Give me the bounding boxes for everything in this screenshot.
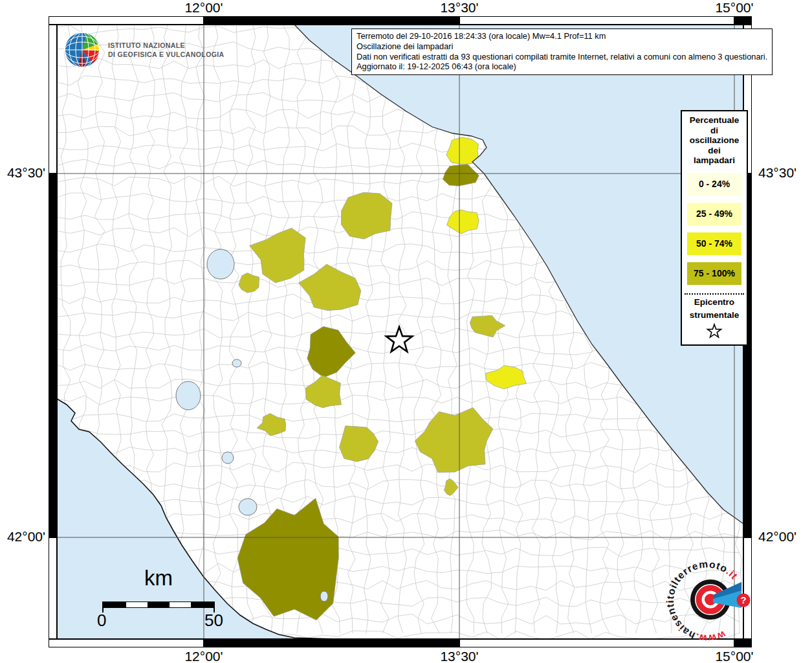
scalebar-end: 50: [204, 611, 223, 631]
scalebar-segment: [170, 602, 192, 607]
scalebar: [104, 601, 214, 608]
axis-label-bottom: 13°30': [440, 649, 478, 663]
ingv-name-line2: DI GEOFISICA E VULCANOLOGIA: [108, 50, 225, 60]
lake: [320, 591, 328, 601]
frame-top-segment: [734, 16, 752, 25]
info-line-source: Dati non verificati estratti da 93 quest…: [357, 52, 767, 62]
epicenter-star-icon: [705, 322, 724, 341]
frame-left-segment: [49, 25, 57, 174]
frame-left-segment: [49, 174, 57, 537]
scalebar-segment: [126, 602, 148, 607]
axis-label-left: 42°00': [0, 529, 45, 545]
axis-label-top: 12°00': [184, 0, 223, 16]
legend: Percentuale di oscillazione dei lampadar…: [681, 110, 748, 346]
map-inner: [57, 25, 744, 641]
axis-label-top: 15°00': [715, 0, 753, 16]
info-line-updated: Aggiornato il: 19-12-2025 06:43 (ora loc…: [357, 62, 767, 72]
legend-epicenter-line: Epicentro: [682, 297, 747, 308]
scalebar-start: 0: [97, 611, 106, 631]
axis-label-top: 13°30': [440, 0, 478, 16]
lake: [176, 381, 201, 410]
lake: [222, 452, 234, 464]
frame-top-segment: [459, 16, 734, 25]
lake: [239, 499, 257, 515]
legend-separator: [685, 293, 744, 295]
axis-label-left: 43°30': [0, 165, 45, 181]
axis-label-right: 43°30': [758, 165, 796, 181]
legend-epicenter-line: strumentale: [682, 310, 747, 320]
scalebar-segment: [148, 602, 170, 607]
legend-title-line: dei: [682, 146, 747, 156]
ingv-name-line1: ISTITUTO NAZIONALE: [108, 41, 225, 51]
legend-class-25-49: 25 - 49%: [687, 203, 741, 225]
info-line-effect: Oscillazione dei lampadari: [357, 41, 767, 52]
frame-left-segment: [49, 537, 57, 639]
scalebar-segment: [191, 602, 213, 607]
axis-label-right: 42°00': [758, 529, 796, 545]
frame-bottom-segment: [204, 639, 459, 647]
frame-top-segment: [204, 16, 459, 25]
ingv-logo: ISTITUTO NAZIONALE DI GEOFISICA E VULCAN…: [62, 30, 225, 70]
lake: [232, 359, 241, 367]
frame-bottom-segment: [49, 639, 204, 647]
frame-top-segment: [49, 16, 204, 25]
lake: [207, 249, 234, 279]
haisentitoilterremoto-logo: ? www.haisentitoilterremoto.it: [657, 545, 793, 655]
scalebar-unit: km: [104, 566, 214, 590]
logo-text-www: www.: [694, 629, 728, 644]
question-mark: ?: [740, 594, 746, 605]
legend-title-line: di: [682, 126, 747, 136]
info-box: Terremoto del 29-10-2016 18:24:33 (ora l…: [351, 28, 773, 75]
scalebar-segment: [104, 602, 126, 607]
ingv-globe-icon: [62, 30, 102, 70]
legend-title-line: Percentuale: [682, 115, 747, 126]
legend-class-50-74: 50 - 74%: [687, 232, 741, 255]
legend-class-0-24: 0 - 24%: [687, 173, 741, 196]
legend-class-75-100: 75 - 100%: [687, 262, 741, 285]
axis-label-bottom: 12°00': [184, 649, 223, 663]
info-line-event: Terremoto del 29-10-2016 18:24:33 (ora l…: [357, 31, 767, 41]
legend-title-line: oscillazione: [682, 135, 747, 146]
legend-title-line: lampadari: [682, 155, 747, 166]
